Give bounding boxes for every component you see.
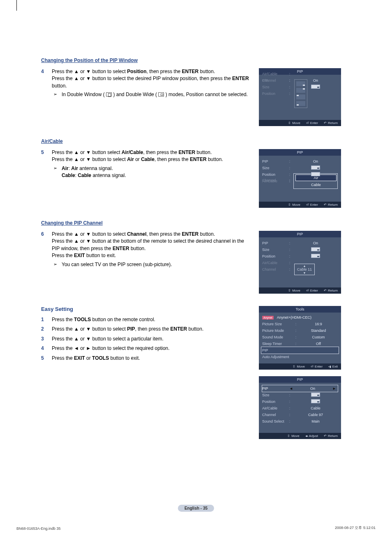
page-number-pill: English - 35 [178, 505, 214, 512]
osd-label: Position [262, 400, 286, 404]
text: Press the ◄ or ► button to select the re… [52, 345, 170, 351]
print-meta-date: 2008-08-27 오후 5:12:01 [335, 525, 376, 531]
osd-label: Size [262, 248, 286, 252]
text: Press the ▲ or ▼ button to select [52, 231, 127, 237]
osd-footer-return: Return [324, 203, 338, 207]
osd-pip-adjust: PIP PIP ◄ On ► Size: Position: Air/Cable… [259, 376, 341, 439]
text: Press the ▲ or ▼ button to select [52, 156, 127, 162]
text: EXIT [74, 253, 85, 258]
osd-footer-exit: Exit [328, 365, 338, 368]
text: or [134, 156, 141, 162]
text: button. [198, 231, 215, 237]
tools-value: Off [299, 342, 338, 346]
text: ENTER [171, 326, 187, 332]
osd-label: Channel [262, 413, 286, 417]
print-meta-file: BN68-01653A-Eng.indb 35 [16, 527, 61, 531]
step-number: 4 [41, 345, 47, 352]
text: , then press the [147, 69, 182, 74]
text: Press the ▲ or ▼ button to select [52, 326, 127, 332]
osd-footer-return: Return [324, 121, 338, 125]
osd-label: Channel [262, 78, 286, 83]
text: button. [187, 326, 203, 332]
section-channel: Changing the PIP Channel 6 Press the ▲ o… [41, 220, 355, 294]
text: Position [127, 69, 146, 74]
text: ENTER [113, 246, 129, 251]
osd-title: PIP [259, 376, 341, 383]
heading-channel: Changing the PIP Channel [41, 220, 355, 226]
text: button to exit. [85, 253, 116, 258]
text: Press the ▲ or ▼ button to select the de… [52, 76, 232, 81]
text: Channel [127, 231, 146, 237]
heading-easy: Easy Setting [41, 306, 251, 312]
osd-value: On [293, 241, 338, 245]
osd-footer-return: Return [324, 289, 338, 292]
text: ENTER [232, 76, 249, 81]
step-4: 4 Press the ◄ or ► button to select the … [41, 345, 251, 352]
text: button. [195, 149, 212, 155]
note: In Double Window ( ) and Double Wide ( )… [52, 91, 251, 98]
step-5: 5 Press the EXIT or TOOLS button to exit… [41, 355, 251, 362]
osd-footer-move: Move [293, 365, 305, 368]
tools-value: Standard [299, 329, 338, 333]
text: You can select TV on the PIP screen (sub… [62, 262, 172, 267]
step-number: 4 [41, 68, 47, 99]
left-arrow-icon: ◄ [288, 386, 295, 391]
channel-selector: ▲ Cable 11 ▼ [294, 264, 315, 275]
tools-value: Custom [299, 335, 338, 339]
tools-label: Sound Mode [262, 335, 293, 339]
osd-label: Position [262, 92, 286, 96]
text: Press the ▲ or ▼ button to select a part… [52, 336, 164, 342]
text: ENTER [182, 231, 199, 237]
tools-value: 16:9 [299, 322, 338, 326]
tools-label: PIP [262, 348, 338, 352]
osd-pip-position: PIP PIP:On Size: Position: Air/Cable: Ch… [259, 68, 341, 126]
text: ) modes, Position cannot be selected. [164, 92, 247, 97]
step-1: 1 Press the TOOLS button on the remote c… [41, 316, 251, 323]
step-number: 2 [41, 326, 47, 333]
osd-label: Position [262, 254, 286, 258]
position-icon [311, 254, 320, 258]
osd-label: Size [262, 85, 286, 89]
size-icon [311, 393, 320, 397]
anynet-badge-icon: Anynet [262, 316, 274, 320]
text: Press the [52, 317, 74, 322]
text: ENTER [182, 69, 199, 74]
text: Air [127, 156, 134, 162]
tools-label: Sleep Timer [262, 342, 293, 346]
text: antenna signal. [91, 172, 126, 178]
osd-label: Air/Cable [262, 406, 286, 410]
osd-footer-return: Return [324, 434, 338, 438]
text: , then press the [143, 149, 179, 155]
osd-label: PIP [262, 159, 286, 163]
osd-label: PIP [262, 386, 286, 391]
text: In Double Window ( [62, 92, 106, 97]
osd-label: Channel [262, 267, 286, 271]
section-easy: Easy Setting 1 Press the TOOLS button on… [41, 306, 355, 439]
text: button. [207, 156, 223, 162]
text: Air [71, 166, 78, 171]
pip-row-selected: PIP ◄ On ► [262, 385, 338, 392]
text: button. [198, 69, 215, 74]
size-icon [311, 85, 320, 89]
osd-value: On [296, 386, 329, 391]
text: Cable [141, 156, 154, 162]
text: or [85, 355, 92, 361]
note: Air: Air antenna signal. Cable: Cable an… [52, 165, 251, 179]
page-content: Changing the Position of the PIP Window … [0, 0, 392, 476]
text: , then press the [154, 156, 190, 162]
text: PIP [127, 326, 135, 332]
text: button. [129, 246, 146, 251]
osd-value: On [293, 159, 338, 163]
tools-anynet: AnynetAnynet+(HDMI-CEC) [261, 314, 339, 321]
up-arrow-icon: ▲ [303, 264, 306, 267]
text: Press the ▲ or ▼ button to select [52, 69, 127, 74]
text: Press the ▲ or ▼ button select [52, 149, 122, 155]
text: TOOLS [92, 355, 109, 361]
osd-title: Tools [259, 306, 341, 313]
osd-label: Size [262, 166, 286, 170]
heading-aircable: Air/Cable [41, 138, 355, 144]
channel-value: Cable 11 [297, 267, 312, 271]
step-number: 5 [41, 149, 47, 179]
step-number: 3 [41, 336, 47, 343]
step-number: 5 [41, 355, 47, 362]
